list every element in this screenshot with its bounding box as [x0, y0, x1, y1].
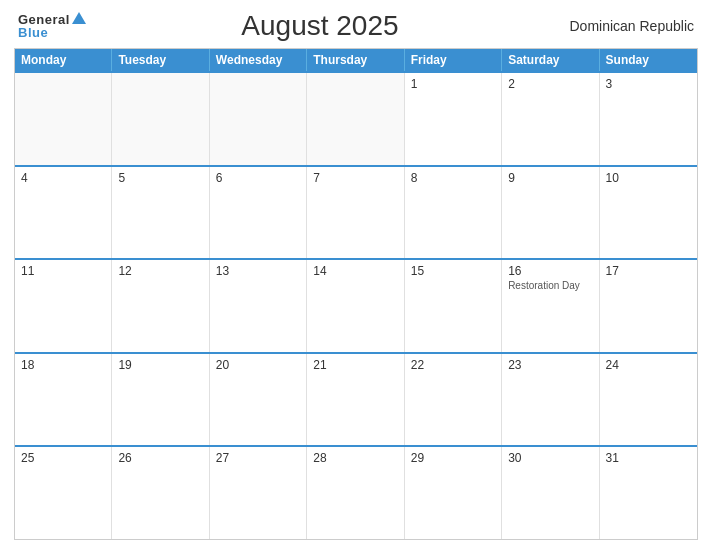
day-header-tuesday: Tuesday	[112, 49, 209, 71]
day-number: 20	[216, 358, 300, 372]
day-number: 30	[508, 451, 592, 465]
day-headers: MondayTuesdayWednesdayThursdayFridaySatu…	[15, 49, 697, 71]
day-number: 19	[118, 358, 202, 372]
day-number: 8	[411, 171, 495, 185]
day-number: 28	[313, 451, 397, 465]
day-cell: 17	[600, 260, 697, 352]
day-number: 31	[606, 451, 691, 465]
week-row-5: 25262728293031	[15, 445, 697, 539]
day-number: 24	[606, 358, 691, 372]
calendar-page: General Blue August 2025 Dominican Repub…	[0, 0, 712, 550]
day-cell: 15	[405, 260, 502, 352]
day-number: 29	[411, 451, 495, 465]
day-cell	[15, 73, 112, 165]
logo-blue-text: Blue	[18, 26, 48, 39]
day-cell: 23	[502, 354, 599, 446]
day-number: 22	[411, 358, 495, 372]
day-header-thursday: Thursday	[307, 49, 404, 71]
day-number: 26	[118, 451, 202, 465]
day-number: 4	[21, 171, 105, 185]
day-number: 12	[118, 264, 202, 278]
header: General Blue August 2025 Dominican Repub…	[14, 10, 698, 42]
day-cell: 6	[210, 167, 307, 259]
day-number: 2	[508, 77, 592, 91]
week-row-1: 123	[15, 71, 697, 165]
day-number: 21	[313, 358, 397, 372]
day-number: 1	[411, 77, 495, 91]
day-cell	[210, 73, 307, 165]
day-header-saturday: Saturday	[502, 49, 599, 71]
day-cell: 31	[600, 447, 697, 539]
day-cell: 3	[600, 73, 697, 165]
day-number: 6	[216, 171, 300, 185]
day-cell: 11	[15, 260, 112, 352]
day-number: 11	[21, 264, 105, 278]
day-header-sunday: Sunday	[600, 49, 697, 71]
day-cell: 5	[112, 167, 209, 259]
week-row-2: 45678910	[15, 165, 697, 259]
day-cell: 4	[15, 167, 112, 259]
day-cell: 20	[210, 354, 307, 446]
day-cell	[307, 73, 404, 165]
day-header-monday: Monday	[15, 49, 112, 71]
day-number: 13	[216, 264, 300, 278]
day-cell: 12	[112, 260, 209, 352]
day-number: 7	[313, 171, 397, 185]
day-number: 16	[508, 264, 592, 278]
day-number: 18	[21, 358, 105, 372]
day-number: 3	[606, 77, 691, 91]
day-cell: 13	[210, 260, 307, 352]
day-cell: 27	[210, 447, 307, 539]
weeks-container: 12345678910111213141516Restoration Day17…	[15, 71, 697, 539]
day-number: 17	[606, 264, 691, 278]
logo-triangle-icon	[72, 12, 86, 24]
week-row-3: 111213141516Restoration Day17	[15, 258, 697, 352]
day-cell: 24	[600, 354, 697, 446]
day-event: Restoration Day	[508, 280, 592, 292]
logo: General Blue	[18, 13, 86, 39]
day-number: 15	[411, 264, 495, 278]
day-number: 9	[508, 171, 592, 185]
day-cell: 22	[405, 354, 502, 446]
day-header-friday: Friday	[405, 49, 502, 71]
day-cell: 30	[502, 447, 599, 539]
day-cell: 7	[307, 167, 404, 259]
day-cell: 16Restoration Day	[502, 260, 599, 352]
day-cell: 26	[112, 447, 209, 539]
day-cell: 21	[307, 354, 404, 446]
day-number: 14	[313, 264, 397, 278]
day-cell: 25	[15, 447, 112, 539]
day-cell: 9	[502, 167, 599, 259]
day-cell: 29	[405, 447, 502, 539]
day-cell: 10	[600, 167, 697, 259]
day-number: 10	[606, 171, 691, 185]
day-number: 5	[118, 171, 202, 185]
day-number: 25	[21, 451, 105, 465]
day-cell: 14	[307, 260, 404, 352]
day-number: 23	[508, 358, 592, 372]
day-cell: 8	[405, 167, 502, 259]
week-row-4: 18192021222324	[15, 352, 697, 446]
day-cell: 19	[112, 354, 209, 446]
month-title: August 2025	[86, 10, 554, 42]
day-cell: 1	[405, 73, 502, 165]
calendar: MondayTuesdayWednesdayThursdayFridaySatu…	[14, 48, 698, 540]
day-header-wednesday: Wednesday	[210, 49, 307, 71]
day-cell	[112, 73, 209, 165]
day-cell: 18	[15, 354, 112, 446]
day-cell: 2	[502, 73, 599, 165]
day-number: 27	[216, 451, 300, 465]
day-cell: 28	[307, 447, 404, 539]
country-label: Dominican Republic	[554, 18, 694, 34]
